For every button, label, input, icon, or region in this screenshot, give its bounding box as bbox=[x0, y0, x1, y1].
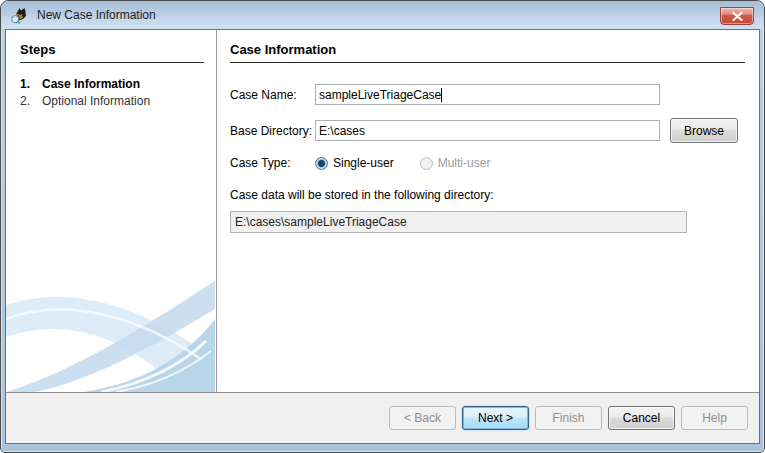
case-name-label: Case Name: bbox=[230, 88, 315, 102]
cancel-button[interactable]: Cancel bbox=[608, 406, 675, 430]
step-number: 2. bbox=[20, 94, 42, 108]
case-name-input[interactable]: sampleLiveTriageCase bbox=[315, 84, 660, 105]
storage-note: Case data will be stored in the followin… bbox=[230, 188, 745, 202]
multi-user-radio: Multi-user bbox=[420, 156, 491, 170]
decorative-swoosh-graphic bbox=[6, 267, 215, 392]
case-name-row: Case Name: sampleLiveTriageCase bbox=[230, 84, 745, 105]
help-button: Help bbox=[681, 406, 748, 430]
next-button[interactable]: Next > bbox=[462, 406, 529, 430]
wizard-button-bar: < Back Next > Finish Cancel Help bbox=[6, 392, 759, 443]
back-button: < Back bbox=[389, 406, 456, 430]
case-information-panel: Case Information Case Name: sampleLiveTr… bbox=[217, 30, 759, 392]
case-type-row: Case Type: Single-user Multi-user bbox=[230, 156, 745, 170]
text-caret bbox=[441, 88, 442, 102]
close-icon bbox=[732, 12, 743, 21]
step-item-optional-information[interactable]: 2. Optional Information bbox=[20, 94, 204, 108]
single-user-radio[interactable]: Single-user bbox=[315, 156, 394, 170]
single-user-label: Single-user bbox=[333, 156, 394, 170]
autopsy-dog-icon bbox=[11, 7, 30, 24]
titlebar[interactable]: New Case Information bbox=[1, 1, 764, 29]
step-number: 1. bbox=[20, 77, 42, 91]
case-type-options: Single-user Multi-user bbox=[315, 156, 490, 170]
wizard-main: Steps 1. Case Information 2. Optional In… bbox=[6, 30, 759, 392]
base-directory-label: Base Directory: bbox=[230, 124, 315, 138]
base-directory-row: Base Directory: E:\cases Browse bbox=[230, 118, 745, 143]
close-button[interactable] bbox=[720, 7, 754, 25]
case-form: Case Name: sampleLiveTriageCase Base Dir… bbox=[230, 84, 745, 233]
steps-list: 1. Case Information 2. Optional Informat… bbox=[20, 77, 204, 108]
finish-button: Finish bbox=[535, 406, 602, 430]
radio-disabled-icon bbox=[420, 157, 433, 170]
window-title: New Case Information bbox=[37, 8, 156, 22]
content-header: Case Information bbox=[230, 42, 745, 63]
radio-selected-icon bbox=[315, 157, 328, 170]
base-directory-input[interactable]: E:\cases bbox=[315, 120, 660, 141]
new-case-wizard-window: New Case Information Steps 1. Case Infor… bbox=[0, 0, 765, 453]
storage-path-field: E:\cases\sampleLiveTriageCase bbox=[230, 211, 687, 233]
steps-header: Steps bbox=[20, 42, 204, 63]
wizard-client-area: Steps 1. Case Information 2. Optional In… bbox=[5, 29, 760, 444]
step-label: Case Information bbox=[42, 77, 140, 91]
case-type-label: Case Type: bbox=[230, 156, 315, 170]
multi-user-label: Multi-user bbox=[438, 156, 491, 170]
browse-button[interactable]: Browse bbox=[670, 118, 738, 143]
step-item-case-information[interactable]: 1. Case Information bbox=[20, 77, 204, 91]
steps-panel: Steps 1. Case Information 2. Optional In… bbox=[6, 30, 217, 392]
step-label: Optional Information bbox=[42, 94, 150, 108]
